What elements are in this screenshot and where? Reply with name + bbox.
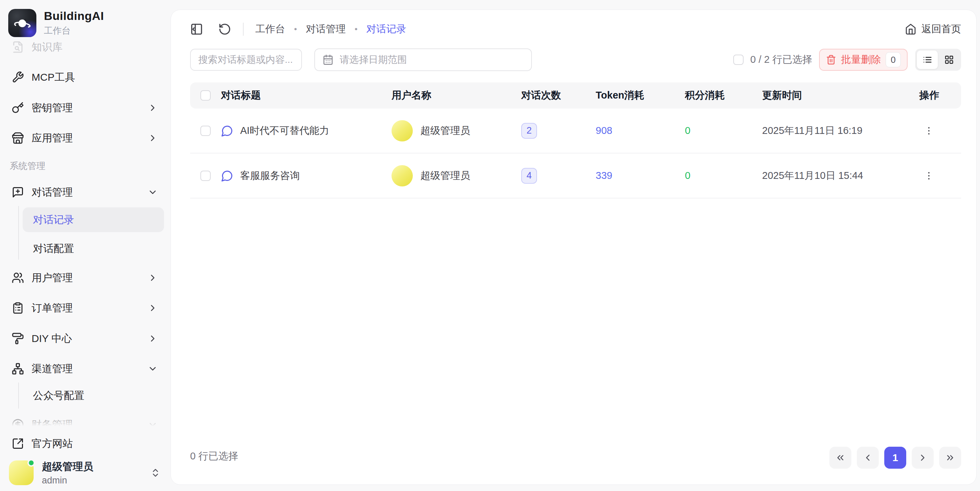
search-input[interactable] — [198, 54, 294, 65]
sidebar-item-label: MCP工具 — [32, 70, 75, 84]
sidebar-item-label: 财务管理 — [32, 418, 73, 432]
sidebar-item-mcp-tools[interactable]: MCP工具 — [5, 66, 164, 88]
sidebar-item-diy-center[interactable]: DIY 中心 — [5, 328, 164, 349]
search-box — [190, 49, 302, 71]
bulk-delete-label: 批量删除 — [841, 53, 881, 67]
avatar — [391, 165, 413, 187]
more-vertical-icon — [924, 126, 934, 136]
paint-roller-icon — [12, 332, 24, 345]
row-checkbox[interactable] — [200, 126, 211, 136]
sidebar-item-conversation-management[interactable]: 对话管理 — [5, 181, 164, 203]
token-usage: 339 — [596, 170, 685, 181]
app-subtitle: 工作台 — [44, 25, 104, 37]
column-header-actions: 操作 — [916, 89, 961, 102]
sidebar-subitem-conversation-config[interactable]: 对话配置 — [23, 238, 164, 260]
chevron-right-icon — [148, 303, 158, 313]
refresh-icon[interactable] — [218, 23, 231, 36]
breadcrumb-conversation-records: 对话记录 — [366, 22, 406, 36]
coin-icon — [12, 419, 24, 431]
back-to-home-button[interactable]: 返回首页 — [905, 22, 961, 36]
chevrons-left-icon — [835, 453, 845, 463]
network-icon — [12, 363, 24, 375]
collapse-sidebar-icon[interactable] — [190, 23, 203, 36]
grid-view-button[interactable] — [939, 51, 959, 69]
user-name: 超级管理员 — [420, 169, 470, 183]
store-icon — [12, 132, 24, 144]
app-title: BuildingAI — [44, 9, 104, 23]
footer-selection-text: 0 行已选择 — [190, 450, 238, 463]
external-link-icon — [12, 437, 24, 450]
chat-plus-icon — [12, 186, 24, 198]
home-icon — [905, 23, 916, 35]
user-name: 超级管理员 — [42, 460, 142, 474]
next-page-button[interactable] — [912, 447, 934, 469]
chevron-down-icon — [148, 419, 158, 430]
user-meta: 超级管理员 admin — [42, 460, 142, 486]
bulk-delete-button[interactable]: 批量删除 0 — [819, 49, 908, 71]
sidebar-item-order-management[interactable]: 订单管理 — [5, 297, 164, 319]
sidebar-subitem-conversation-records[interactable]: 对话记录 — [23, 207, 164, 232]
sidebar-subitem-official-account-config[interactable]: 公众号配置 — [23, 384, 164, 407]
select-all-checkbox[interactable] — [200, 90, 211, 100]
select-all-checkbox-top[interactable] — [733, 54, 744, 65]
table-row[interactable]: 客服服务咨询 超级管理员 4 339 0 2025年11月10日 15:44 — [190, 153, 961, 198]
credit-usage: 0 — [685, 170, 762, 181]
chevrons-right-icon — [945, 453, 955, 463]
selection-summary: 0 / 2 行已选择 — [751, 53, 813, 67]
row-actions-button[interactable] — [919, 121, 939, 140]
file-search-icon — [12, 41, 24, 53]
filter-bar: 0 / 2 行已选择 批量删除 0 — [190, 48, 961, 71]
main-content-card: 工作台 • 对话管理 • 对话记录 返回首页 0 / 2 行已选择 — [170, 10, 977, 485]
page-number-button[interactable]: 1 — [884, 447, 906, 469]
avatar — [9, 461, 33, 485]
list-view-button[interactable] — [917, 51, 938, 69]
chat-bubble-icon — [221, 124, 233, 137]
list-view-icon — [923, 55, 932, 65]
user-menu[interactable]: 超级管理员 admin — [5, 458, 164, 488]
sidebar-item-knowledge-base[interactable]: 知识库 — [5, 36, 164, 58]
updated-time: 2025年11月10日 15:44 — [762, 169, 916, 183]
chevron-right-icon — [918, 453, 928, 463]
chevron-down-icon — [148, 363, 158, 374]
date-range-picker[interactable] — [314, 48, 532, 71]
submenu-guide-line — [18, 206, 19, 260]
clipboard-icon — [12, 302, 24, 314]
prev-page-button[interactable] — [857, 447, 879, 469]
conversation-title[interactable]: 客服服务咨询 — [240, 169, 300, 183]
column-header-count: 对话次数 — [521, 89, 596, 102]
row-checkbox[interactable] — [200, 171, 211, 181]
wrench-icon — [12, 71, 24, 83]
back-to-home-label: 返回首页 — [921, 22, 961, 36]
first-page-button[interactable] — [829, 447, 851, 469]
avatar — [391, 120, 413, 142]
more-vertical-icon — [924, 171, 934, 181]
table-row[interactable]: AI时代不可替代能力 超级管理员 2 908 0 2025年11月11日 16:… — [190, 108, 961, 153]
planet-icon — [13, 14, 31, 32]
trash-icon — [826, 54, 836, 65]
sidebar-item-user-management[interactable]: 用户管理 — [5, 267, 164, 289]
last-page-button[interactable] — [939, 447, 961, 469]
sidebar-item-label: 知识库 — [32, 40, 62, 54]
sidebar-item-key-management[interactable]: 密钥管理 — [5, 97, 164, 119]
date-range-input[interactable] — [340, 54, 523, 65]
key-icon — [12, 102, 24, 114]
breadcrumb-workspace[interactable]: 工作台 — [255, 22, 285, 36]
row-actions-button[interactable] — [919, 166, 939, 185]
chevron-right-icon — [148, 273, 158, 283]
chevron-right-icon — [148, 103, 158, 113]
breadcrumb-conversation-management[interactable]: 对话管理 — [306, 22, 345, 36]
submenu-guide-line — [18, 383, 19, 408]
chevron-right-icon — [148, 133, 158, 143]
sidebar-item-official-website[interactable]: 官方网站 — [5, 434, 164, 454]
bulk-delete-count-badge: 0 — [886, 52, 901, 67]
sidebar-item-label: 对话管理 — [32, 185, 73, 199]
app-title-block: BuildingAI 工作台 — [44, 9, 104, 37]
conversation-title[interactable]: AI时代不可替代能力 — [240, 124, 329, 138]
sidebar-bottom-panel: 官方网站 超级管理员 admin — [0, 431, 170, 491]
sidebar-item-label: 应用管理 — [32, 131, 73, 145]
sidebar-item-channel-management[interactable]: 渠道管理 — [5, 358, 164, 380]
sidebar-item-app-management[interactable]: 应用管理 — [5, 127, 164, 149]
sidebar-item-label: 官方网站 — [32, 437, 73, 451]
table-header-row: 对话标题 用户名称 对话次数 Token消耗 积分消耗 更新时间 操作 — [190, 83, 961, 108]
token-usage: 908 — [596, 125, 685, 136]
